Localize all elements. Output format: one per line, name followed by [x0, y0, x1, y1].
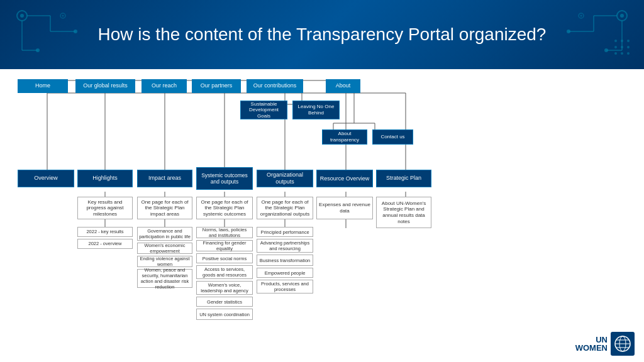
highlights-item-1[interactable]: 2022 - key results — [77, 227, 133, 237]
desc-strategic: About UN-Women's Strategic Plan and annu… — [376, 197, 431, 228]
org-impact-areas[interactable]: Impact areas — [137, 170, 192, 187]
nav-global-results[interactable]: Our global results — [75, 79, 135, 93]
nav-about[interactable]: About — [326, 79, 360, 93]
logo-icon — [611, 332, 635, 356]
svg-point-23 — [621, 40, 623, 42]
svg-point-29 — [621, 52, 623, 55]
svg-point-22 — [614, 40, 617, 42]
impact-item-1[interactable]: Governance and participation in public l… — [137, 227, 192, 241]
nav-partners[interactable]: Our partners — [192, 79, 241, 93]
systemic-item-6[interactable]: Gender statistics — [196, 297, 253, 307]
svg-point-16 — [567, 30, 570, 33]
nav-reach[interactable]: Our reach — [142, 79, 187, 93]
svg-point-5 — [74, 30, 77, 33]
logo-text: UN WOMEN — [575, 336, 608, 352]
impact-item-3[interactable]: Ending violence against women — [137, 256, 192, 267]
svg-point-8 — [36, 48, 40, 52]
page-title: How is the content of the Transparency P… — [98, 23, 547, 46]
desc-org-outputs: One page for each of the Strategic Plan … — [257, 197, 313, 219]
header: How is the content of the Transparency P… — [0, 0, 644, 69]
desc-highlights: Key results and progress against milesto… — [77, 197, 133, 219]
desc-systemic: One page for each of the Strategic Plan … — [196, 197, 253, 219]
svg-point-30 — [627, 52, 630, 55]
org-output-item-2[interactable]: Advancing partnerships and resourcing — [257, 239, 313, 253]
sub-nav-leaving-no-one-behind[interactable]: Leaving No One Behind — [292, 101, 340, 119]
systemic-item-5[interactable]: Women's voice, leadership and agency — [196, 281, 253, 295]
org-resource[interactable]: Resource Overview — [316, 170, 373, 187]
svg-point-1 — [20, 14, 24, 18]
svg-point-27 — [627, 46, 630, 48]
svg-point-21 — [580, 15, 582, 17]
highlights-item-2[interactable]: 2022 - overview — [77, 239, 133, 249]
org-systemic[interactable]: Systemic outcomes and outputs — [196, 167, 253, 190]
sub-nav-about-transparency[interactable]: About transparency — [322, 129, 367, 145]
org-chart: Home Our global results Our reach Our pa… — [13, 74, 631, 326]
impact-item-4[interactable]: Women, peace and security, humanitarian … — [137, 269, 192, 288]
circuit-decoration-left — [13, 6, 88, 63]
svg-point-10 — [62, 15, 64, 17]
org-highlights[interactable]: Highlights — [77, 170, 133, 187]
nav-contributions[interactable]: Our contributions — [247, 79, 303, 93]
svg-point-12 — [620, 14, 624, 18]
desc-resource: Expenses and revenue data — [316, 197, 373, 219]
nav-home[interactable]: Home — [18, 79, 68, 93]
main-content: Home Our global results Our reach Our pa… — [0, 69, 644, 362]
svg-point-24 — [627, 40, 630, 42]
systemic-item-3[interactable]: Positive social norms — [196, 253, 253, 263]
org-overview[interactable]: Overview — [18, 170, 74, 187]
org-outputs[interactable]: Organizational outputs — [257, 170, 313, 187]
systemic-item-2[interactable]: Financing for gender equality — [196, 240, 253, 251]
logo-globe-icon — [613, 334, 632, 353]
svg-point-26 — [621, 46, 623, 48]
logo-line2: WOMEN — [575, 344, 608, 352]
sub-nav-sdg[interactable]: Sustainable Development Goals — [240, 101, 287, 119]
systemic-item-1[interactable]: Norms, laws, policies and institutions — [196, 227, 253, 238]
org-output-item-3[interactable]: Business transformation — [257, 255, 313, 266]
impact-item-2[interactable]: Women's economic empowerment — [137, 243, 192, 254]
desc-impact: One page for each of the Strategic Plan … — [137, 197, 192, 219]
org-strategic[interactable]: Strategic Plan — [376, 170, 431, 187]
svg-point-28 — [614, 52, 617, 55]
systemic-item-4[interactable]: Access to services, goods and resources — [196, 265, 253, 279]
org-output-item-4[interactable]: Empowered people — [257, 268, 313, 278]
sub-nav-contact-us[interactable]: Contact us — [372, 129, 413, 145]
systemic-item-7[interactable]: UN system coordination — [196, 309, 253, 320]
svg-point-25 — [614, 46, 617, 48]
org-output-item-5[interactable]: Products, services and processes — [257, 280, 313, 293]
svg-point-19 — [604, 48, 608, 52]
circuit-decoration-right — [556, 6, 631, 63]
org-output-item-1[interactable]: Principled performance — [257, 227, 313, 237]
logo: UN WOMEN — [575, 332, 635, 356]
